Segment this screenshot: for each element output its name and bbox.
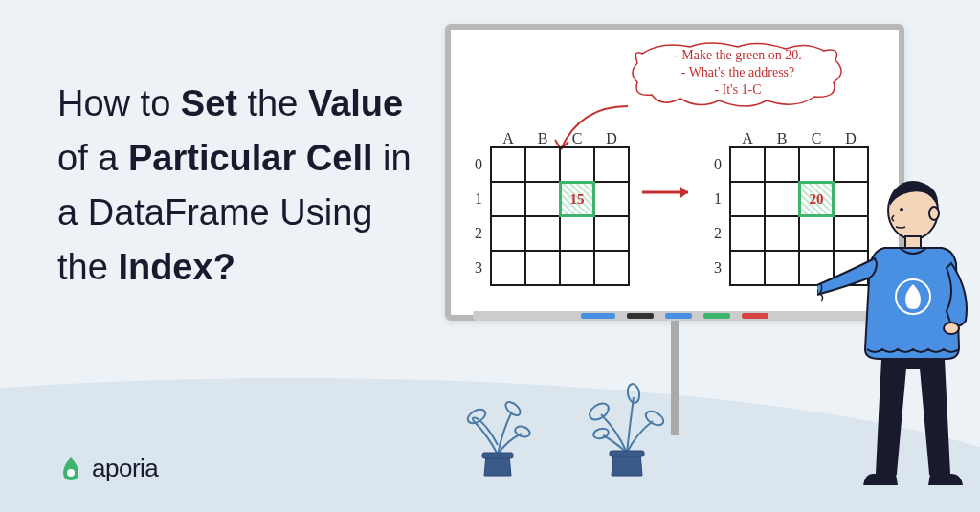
svg-point-17 <box>67 469 75 477</box>
plant-icon <box>584 378 670 483</box>
grid-cell <box>490 250 526 286</box>
grid-cell: 20 <box>798 181 835 217</box>
page-title: How to Set the Value of a Particular Cel… <box>57 48 421 483</box>
aporia-logo-icon <box>57 456 84 482</box>
cell-value: 15 <box>562 184 592 214</box>
grid-cell <box>729 250 766 286</box>
svg-point-1 <box>465 407 487 426</box>
svg-rect-4 <box>482 453 513 458</box>
grid-cell <box>524 181 561 217</box>
svg-point-2 <box>503 399 523 417</box>
col-header: D <box>834 130 868 147</box>
svg-point-16 <box>944 323 959 334</box>
grid-cell <box>764 250 800 286</box>
whiteboard-markers <box>581 313 768 319</box>
svg-rect-9 <box>610 451 644 456</box>
speech-bubble: - Make the green on 20. - What's the add… <box>623 39 853 106</box>
grid-cell <box>593 146 630 183</box>
col-header: A <box>730 130 765 147</box>
row-header: 2 <box>709 216 726 251</box>
grid-cell <box>490 215 526 252</box>
grid-cell <box>490 146 526 183</box>
grid-cell <box>524 250 561 286</box>
svg-point-11 <box>929 207 939 220</box>
row-header: 0 <box>709 147 726 182</box>
col-header: B <box>765 130 799 147</box>
row-header: 1 <box>470 182 487 216</box>
row-header: 3 <box>470 251 487 285</box>
row-header: 1 <box>709 182 726 216</box>
col-header: A <box>491 130 525 147</box>
col-header: C <box>560 130 594 147</box>
grid-cell <box>559 250 595 286</box>
svg-point-5 <box>587 400 612 423</box>
grid-cell <box>764 215 800 252</box>
row-header: 2 <box>470 216 487 251</box>
grid-cell: 15 <box>559 181 595 217</box>
presenter-person-icon <box>817 167 970 493</box>
brand-logo: aporia <box>57 454 158 483</box>
col-header: C <box>799 130 834 147</box>
svg-point-12 <box>900 208 903 211</box>
grid-cell <box>559 146 595 183</box>
grid-cell <box>524 146 561 183</box>
plant-icon <box>459 388 536 483</box>
grid-cell <box>593 181 630 217</box>
col-header: D <box>594 130 629 147</box>
col-header: B <box>525 130 560 147</box>
row-header: 3 <box>709 251 726 285</box>
row-header: 0 <box>470 147 487 182</box>
dataframe-grid-before: A B C D 0 1 2 3 15 <box>470 130 629 285</box>
cell-value: 20 <box>801 184 832 214</box>
grid-cell <box>764 146 800 183</box>
grid-cell <box>593 215 630 252</box>
grid-cell <box>559 215 595 252</box>
grid-cell <box>729 215 766 252</box>
grid-cell <box>593 250 630 286</box>
grid-cell <box>729 181 766 217</box>
transform-arrow-icon <box>642 183 700 202</box>
whiteboard-stand <box>671 321 679 435</box>
grid-cell <box>490 181 526 217</box>
brand-name: aporia <box>92 454 158 483</box>
grid-cell <box>729 146 766 183</box>
grid-cell <box>764 181 800 217</box>
grid-cell <box>524 215 561 252</box>
svg-rect-13 <box>905 236 921 248</box>
